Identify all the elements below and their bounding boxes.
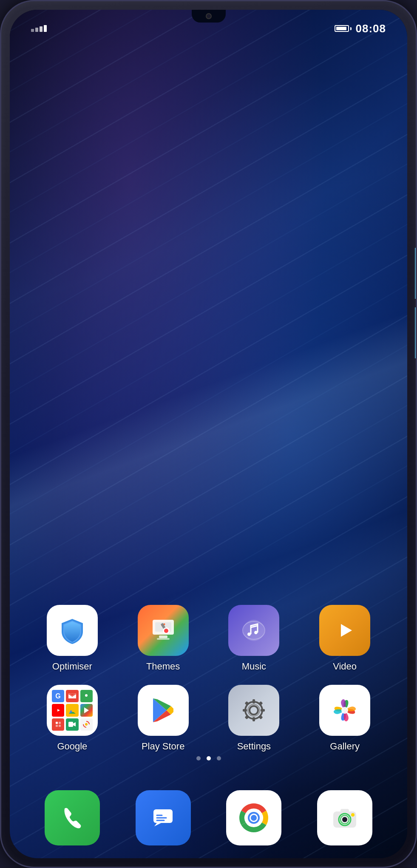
dock-messages[interactable] <box>136 790 191 845</box>
svg-rect-11 <box>56 722 58 724</box>
svg-rect-2 <box>159 635 167 638</box>
app-row-2: G <box>27 685 390 752</box>
music-label: Music <box>242 661 266 672</box>
signal-bar-4 <box>44 25 47 32</box>
music-icon <box>228 605 279 656</box>
dock-phone[interactable] <box>45 790 100 845</box>
video-label: Video <box>333 661 357 672</box>
app-music[interactable]: Music <box>220 605 288 672</box>
battery-fill <box>336 27 346 30</box>
battery-body <box>335 25 349 32</box>
svg-rect-22 <box>261 709 265 712</box>
playstore-icon <box>138 685 189 736</box>
g-maps <box>80 690 93 702</box>
svg-rect-15 <box>68 722 73 727</box>
video-icon <box>319 605 370 656</box>
chrome-icon <box>226 790 281 845</box>
app-playstore[interactable]: Play Store <box>129 685 197 752</box>
g-meet <box>66 718 78 731</box>
app-gallery[interactable]: Gallery <box>311 685 379 752</box>
g-play <box>80 704 93 716</box>
signal-bar-3 <box>40 26 43 32</box>
svg-point-18 <box>250 706 258 715</box>
app-google[interactable]: G <box>38 685 106 752</box>
page-dots <box>10 756 407 760</box>
svg-point-16 <box>85 723 88 726</box>
gallery-icon <box>319 685 370 736</box>
dock-camera[interactable] <box>317 790 372 845</box>
svg-point-39 <box>351 813 355 817</box>
dock <box>10 790 407 845</box>
svg-rect-38 <box>340 809 349 812</box>
settings-icon <box>228 685 279 736</box>
page-dot-1[interactable] <box>207 756 211 760</box>
google-grid: G <box>47 685 98 736</box>
signal-bar-2 <box>35 28 38 32</box>
clock: 08:08 <box>356 22 386 35</box>
app-themes[interactable]: Themes <box>129 605 197 672</box>
playstore-label: Play Store <box>142 741 185 752</box>
signal-indicator <box>31 25 47 32</box>
notch <box>192 10 226 23</box>
phone-device: 08:08 <box>0 0 417 868</box>
app-row-1: Optimiser <box>27 605 390 672</box>
svg-rect-14 <box>59 725 61 727</box>
svg-rect-13 <box>56 725 58 727</box>
optimiser-icon <box>47 605 98 656</box>
signal-bar-1 <box>31 29 34 32</box>
messages-icon <box>136 790 191 845</box>
phone-screen: 08:08 <box>10 10 407 858</box>
front-camera <box>206 13 212 19</box>
page-dot-0[interactable] <box>196 756 201 760</box>
themes-label: Themes <box>146 661 180 672</box>
svg-point-8 <box>243 620 264 641</box>
svg-rect-21 <box>243 709 247 712</box>
g-gmail <box>66 690 78 702</box>
g-photos <box>80 718 93 731</box>
phone-icon <box>45 790 100 845</box>
gallery-label: Gallery <box>330 741 360 752</box>
svg-rect-12 <box>59 722 61 724</box>
svg-point-33 <box>251 815 257 821</box>
battery-indicator <box>335 25 352 32</box>
app-video[interactable]: Video <box>311 605 379 672</box>
svg-point-7 <box>164 629 168 633</box>
g-youtube <box>52 704 64 716</box>
google-icon: G <box>47 685 98 736</box>
svg-rect-19 <box>252 699 255 703</box>
svg-point-28 <box>341 707 348 714</box>
page-dot-2[interactable] <box>217 756 221 760</box>
dock-chrome[interactable] <box>226 790 281 845</box>
optimiser-label: Optimiser <box>52 661 92 672</box>
svg-rect-20 <box>252 717 255 721</box>
app-settings[interactable]: Settings <box>220 685 288 752</box>
settings-label: Settings <box>237 741 271 752</box>
camera-icon <box>317 790 372 845</box>
battery-tip <box>350 27 352 30</box>
themes-icon <box>138 605 189 656</box>
app-optimiser[interactable]: Optimiser <box>38 605 106 672</box>
svg-point-9 <box>85 694 88 697</box>
svg-point-37 <box>342 817 347 822</box>
g-search: G <box>52 690 64 702</box>
app-grid: Optimiser <box>10 605 407 765</box>
volume-down-button[interactable] <box>415 307 417 358</box>
google-label: Google <box>57 741 87 752</box>
g-drive <box>66 704 78 716</box>
g-more1 <box>52 718 64 731</box>
status-right: 08:08 <box>335 22 386 35</box>
volume-up-button[interactable] <box>415 248 417 299</box>
svg-rect-3 <box>157 638 170 640</box>
